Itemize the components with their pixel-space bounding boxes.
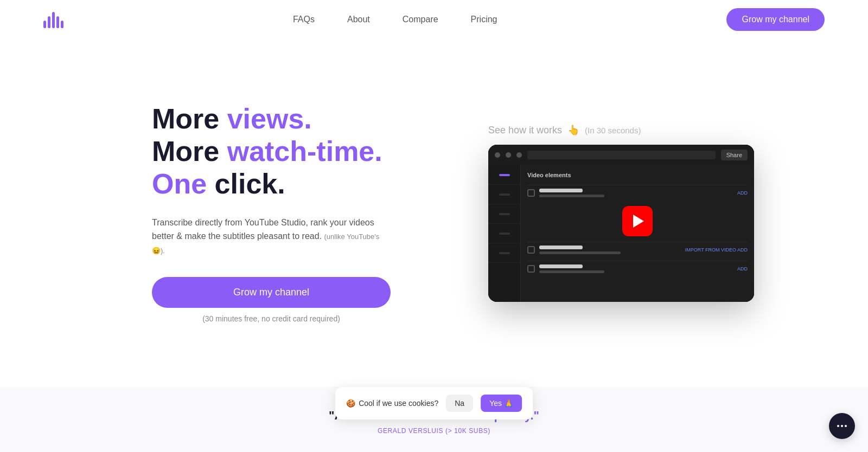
nav-faqs-link[interactable]: FAQs xyxy=(293,15,315,24)
headline-one: One xyxy=(152,168,207,199)
cookie-yes-button[interactable]: Yes 🙏 xyxy=(481,395,522,412)
headline-click: click. xyxy=(207,168,285,199)
video-sidebar xyxy=(488,165,521,302)
video-inner: Share Video elements xyxy=(488,145,754,302)
dot2 xyxy=(506,152,511,158)
hero-headline: More views. More watch-time. One click. xyxy=(152,103,412,200)
logo-icon xyxy=(43,11,63,28)
video-main: Video elements ADD xyxy=(521,165,754,302)
nav-about-link[interactable]: About xyxy=(347,15,370,24)
chat-dot-1 xyxy=(837,425,839,427)
cookie-text: 🍪 Cool if we use cookies? xyxy=(346,399,438,408)
row-action-2[interactable]: ADD xyxy=(737,266,748,272)
video-row-1: IMPORT FROM VIDEO ADD xyxy=(527,242,748,257)
video-title-bar xyxy=(527,151,716,159)
video-top-bar: Share xyxy=(488,145,754,165)
row-label-1 xyxy=(539,246,583,249)
video-play-center[interactable] xyxy=(527,206,748,236)
cookie-banner: 🍪 Cool if we use cookies? Na Yes 🙏 xyxy=(335,387,533,419)
dot1 xyxy=(495,152,500,158)
cookie-no-button[interactable]: Na xyxy=(446,395,473,412)
cookie-icon: 🍪 xyxy=(346,399,355,408)
row-label-2 xyxy=(539,264,583,268)
chat-dot-2 xyxy=(841,425,843,427)
sidebar-item-3 xyxy=(488,204,520,224)
row-checkbox-0 xyxy=(527,189,535,197)
row-text-0 xyxy=(539,189,733,197)
row-label-0 xyxy=(539,189,583,192)
hero-right: See how it works 👆 (In 30 seconds) Share xyxy=(488,124,760,302)
row-sub-0 xyxy=(539,195,604,197)
hero-section: More views. More watch-time. One click. … xyxy=(0,39,868,387)
nav-compare-link[interactable]: Compare xyxy=(403,15,438,24)
headline-watchtime: watch-time. xyxy=(227,135,382,167)
video-row-2: ADD xyxy=(527,261,748,276)
play-triangle-icon xyxy=(633,215,644,228)
video-row-0: ADD xyxy=(527,185,748,201)
dot3 xyxy=(516,152,522,158)
hero-left: More views. More watch-time. One click. … xyxy=(152,103,412,322)
chat-icon xyxy=(837,425,847,427)
video-share-button[interactable]: Share xyxy=(721,150,748,160)
headline-more1: More xyxy=(152,103,227,134)
hero-sub-label: (30 minutes free, no credit card require… xyxy=(152,314,391,323)
headline-views: views. xyxy=(227,103,312,134)
video-rows: ADD xyxy=(527,185,748,276)
navbar: FAQs About Compare Pricing Grow my chann… xyxy=(0,0,868,39)
headline-more2: More xyxy=(152,135,227,167)
video-studio-header: Video elements xyxy=(527,172,748,178)
row-action-0[interactable]: ADD xyxy=(737,190,748,196)
video-frame[interactable]: Share Video elements xyxy=(488,145,754,302)
sidebar-item-2 xyxy=(488,185,520,204)
nav-cta-button[interactable]: Grow my channel xyxy=(726,8,825,31)
row-text-2 xyxy=(539,264,733,273)
row-text-1 xyxy=(539,246,681,254)
play-button[interactable] xyxy=(622,206,653,236)
chat-widget[interactable] xyxy=(829,413,855,439)
logo[interactable] xyxy=(43,11,63,28)
pointing-emoji: 👆 xyxy=(567,124,579,136)
sidebar-item-1 xyxy=(488,165,520,185)
row-action-1[interactable]: IMPORT FROM VIDEO ADD xyxy=(685,247,748,253)
nav-links: FAQs About Compare Pricing xyxy=(293,15,497,24)
video-content: Video elements ADD xyxy=(488,165,754,302)
chat-dot-3 xyxy=(845,425,847,427)
row-sub-2 xyxy=(539,270,604,273)
nav-pricing-link[interactable]: Pricing xyxy=(471,15,497,24)
sidebar-item-4 xyxy=(488,224,520,243)
row-checkbox-1 xyxy=(527,246,535,254)
attribution: GERALD VERSLUIS (> 10K SUBS) xyxy=(378,427,490,435)
row-sub-1 xyxy=(539,251,621,254)
hero-description: Transcribe directly from YouTube Studio,… xyxy=(152,216,380,257)
hero-cta-button[interactable]: Grow my channel xyxy=(152,277,391,308)
see-how-label: See how it works 👆 (In 30 seconds) xyxy=(488,124,641,136)
sidebar-item-5 xyxy=(488,243,520,263)
in-30-label: (In 30 seconds) xyxy=(585,126,641,135)
row-checkbox-2 xyxy=(527,265,535,273)
